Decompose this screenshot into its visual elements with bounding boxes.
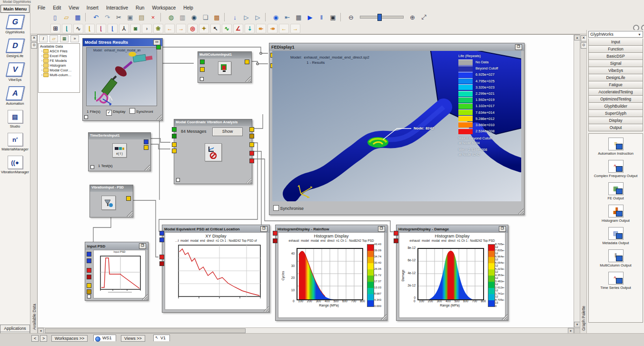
synchronise-checkbox[interactable] [129,108,135,114]
restore-icon[interactable]: ❐ [499,226,506,232]
timeseries-input-glyph[interactable]: TimeSeriesInput1 e( t ) 1 Test(s) [88,132,151,171]
input-connector-yellow1[interactable] [87,283,91,288]
palette-item[interactable]: ≡ Automation Instruction [598,138,634,156]
toolbar-icon[interactable]: ↶ [90,12,101,22]
glyph-toolbar-icon[interactable]: ❀ [153,24,163,33]
palette-section-button[interactable]: Display [588,117,643,124]
tree-item[interactable]: › Multi-colum… [39,73,79,78]
display-checkbox[interactable]: ✓ [106,110,112,116]
toolbar-icon[interactable]: ⊕ [407,12,418,22]
palette-section-button[interactable]: GlyphBuilder [588,103,643,110]
palette-item[interactable]: ▟ Histogram Output [602,205,630,223]
input-connector-yellow2[interactable] [87,289,91,294]
glyph-toolbar-icon[interactable]: ∠ [233,24,243,33]
input-connector-red2[interactable] [273,238,277,243]
show-messages-button[interactable]: Show [212,128,243,136]
restore-icon[interactable]: ❐ [260,226,268,232]
histogram-rainflow-window[interactable]: HistogramDisplay - Rainflow ❐ Histogram … [275,225,387,321]
histogram-rainflow-titlebar[interactable]: HistogramDisplay - Rainflow ❐ [276,225,387,233]
toolbar-icon[interactable] [224,13,228,21]
input-connector-red1[interactable] [159,255,164,259]
resize-grip[interactable] [518,208,524,214]
annotate-icon[interactable]: I [39,35,48,42]
properties-connector[interactable] [176,178,180,182]
histogram-damage-window[interactable]: HistogramDisplay - Damage ❐ Histogram Di… [396,225,508,321]
tree-item[interactable]: › Histogram [39,63,79,68]
chevron-right-icon[interactable]: › [41,73,42,77]
palette-item[interactable]: ▦ FE Output [607,182,624,200]
pin-icon[interactable]: ⊙ [31,42,37,49]
menu-item[interactable]: File [34,5,49,11]
tree-item[interactable]: › Modal Coor… [39,68,79,73]
modal-stress-results-window[interactable]: Modal Stress Results ▭ Model: exhaust_mo… [82,38,163,121]
glyph-toolbar-icon[interactable]: ◗ [142,24,152,33]
toolbar-icon[interactable]: ▯ [50,12,60,22]
input-psd-window[interactable]: Input PSD ❐ Input PSD [85,242,149,301]
zoom-slider-thumb[interactable] [377,14,382,21]
multicolumn-input-glyph[interactable]: MultiColumnInput1 [198,51,252,83]
glyph-toolbar-icon[interactable]: ◙ [130,24,140,33]
toolbar-icon[interactable]: × [148,12,159,22]
toolbar-icon[interactable]: ❏ [200,12,211,22]
histogram-damage-titlebar[interactable]: HistogramDisplay - Damage ❐ [396,225,508,233]
close-icon[interactable]: ✕ [31,35,37,41]
resize-grip[interactable] [127,211,132,217]
input-connector-red1[interactable] [273,231,277,236]
fe-viewport[interactable]: Model: exhaust_model_modal_end_direct.sp… [272,51,521,201]
input-connector-red1[interactable] [87,268,91,273]
toolbar-icon[interactable]: ▷ [241,12,252,22]
palette-section-button[interactable]: Function [588,46,643,53]
toolbar-icon[interactable]: ▦ [72,12,83,22]
toolbar-icon[interactable]: ▷ [252,12,263,22]
glyph-toolbar-icon[interactable]: ← [279,24,289,33]
sidebar-app-item[interactable]: A Automation [0,86,30,106]
toolbar-icon[interactable]: ▣ [125,12,136,22]
restore-icon[interactable]: ❐ [139,243,146,249]
input-psd-titlebar[interactable]: Input PSD ❐ [85,242,148,250]
fedisplay-window[interactable]: FEDisplay1 ❐ Model: exhaust_model_modal_… [269,43,525,215]
input-connector-blue2[interactable] [87,258,91,263]
glyph-toolbar-icon[interactable]: ⌊ [108,24,118,33]
properties-connector[interactable] [84,115,88,119]
toolbar-icon[interactable]: ✂ [113,12,124,22]
workspaces-button[interactable]: Workspaces >> [51,335,88,342]
menu-item[interactable]: Help [180,5,197,11]
input-psd-connector[interactable] [172,148,177,153]
chevron-right-icon[interactable]: › [41,49,42,53]
sidebar-app-item[interactable]: ▤ Studio [0,110,30,129]
sidebar-app-item[interactable]: D DesignLife [0,39,30,58]
output-connector-blue[interactable] [144,139,149,144]
resize-grip[interactable] [144,165,150,170]
vibration-analysis-glyph[interactable]: Modal Coordinate Vibration Analysis 84 M… [174,119,252,184]
palette-item[interactable]: ‖ MultiColumn Output [600,249,631,267]
input-fe2-connector[interactable] [172,134,177,138]
palette-section-button[interactable]: VibeSys [588,67,643,74]
output-connector-1[interactable] [249,127,254,132]
toolbar-icon[interactable]: ‖ [316,12,327,22]
toolbar-icon[interactable]: ◉ [188,12,199,22]
toolbar-icon[interactable] [360,16,404,19]
glyph-toolbar-icon[interactable]: ∿ [222,24,232,33]
input-fe-connector[interactable] [172,127,177,132]
views-button[interactable]: Views >> [121,335,145,342]
graph-palette-tab[interactable]: Graph Palette [581,306,586,331]
menu-item[interactable]: View [65,5,82,11]
toolbar-icon[interactable]: ▣ [327,12,338,22]
input-connector-red1[interactable] [394,231,398,236]
restore-icon[interactable]: ❐ [515,44,522,50]
glyph-toolbar-icon[interactable]: ◎ [188,24,198,33]
glyph-toolbar-icon[interactable]: ∿ [73,24,83,33]
palette-item[interactable]: ∿ Time Series Output [600,272,631,290]
toolbar-icon[interactable]: ▩ [211,12,222,22]
pin-icon[interactable]: ⊙ [581,42,587,49]
glyph-toolbar-icon[interactable]: ↞ [256,24,266,33]
toolbar-icon[interactable]: ⤢ [418,12,429,22]
resize-grip[interactable] [245,76,251,82]
glyph-toolbar-icon[interactable]: ✦ [199,24,209,33]
output-connector-yellow[interactable] [126,196,131,201]
sidebar-bottom-button[interactable]: Applications [0,325,30,332]
chevron-right-icon[interactable]: › [41,59,42,62]
modal-stress-titlebar[interactable]: Modal Stress Results ▭ [83,39,162,46]
xy-display-window[interactable]: Modal Equivalent PSD at Critical Locatio… [162,225,270,313]
toolbar-icon[interactable] [340,13,344,21]
